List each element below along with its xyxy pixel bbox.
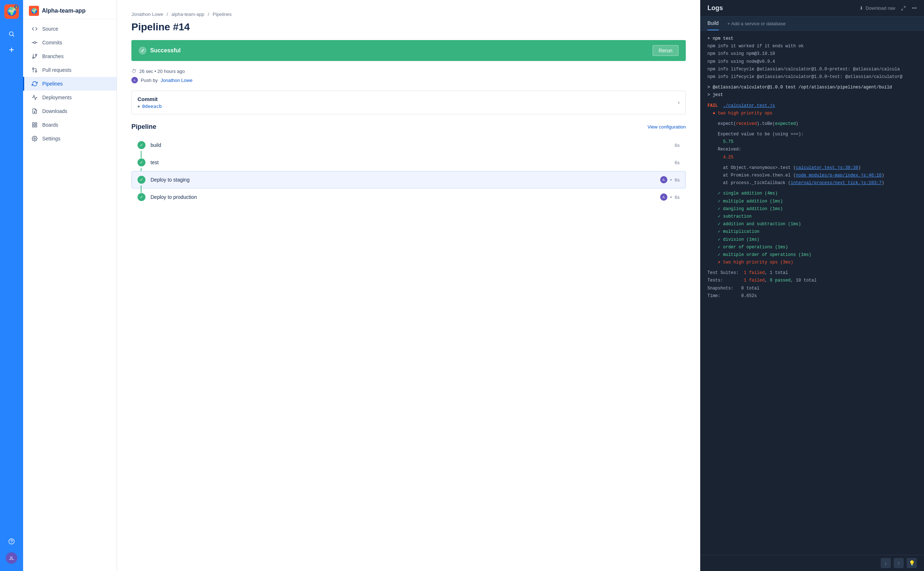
sidebar-item-boards-label: Boards [42, 122, 58, 128]
step-name-production: Deploy to production [151, 194, 660, 200]
sidebar-item-settings[interactable]: Settings [23, 132, 117, 145]
add-button[interactable] [5, 43, 18, 56]
log-line: npm info lifecycle @atlassian/calculator… [700, 66, 924, 73]
log-line: Test Suites: 1 failed, 1 total [700, 269, 924, 277]
step-production-wrapper: ✓ Deploy to production JL • 6s [131, 188, 686, 206]
expand-button[interactable] [901, 6, 906, 11]
commit-card[interactable]: Commit ◆ 0deeacb › [131, 91, 686, 114]
sidebar-item-downloads[interactable]: Downloads [23, 104, 117, 118]
log-line: ✓ subtraction [700, 213, 924, 221]
step-meta-staging: JL • 6s [660, 176, 680, 184]
pipeline-step-build[interactable]: ✓ build 6s [131, 136, 686, 154]
log-line: ✓ dangling addition (1ms) [700, 205, 924, 213]
log-line: npm info it worked if it ends with ok [700, 43, 924, 50]
step-time-test: 6s [675, 160, 680, 165]
log-spacer [700, 128, 924, 131]
more-button[interactable]: ••• [912, 5, 917, 11]
pusher-row: JL Push by Jonathon Lowe [131, 77, 686, 83]
step-dot-production: • [670, 194, 672, 200]
chevron-right-icon: › [678, 99, 680, 106]
pipeline-section-title: Pipeline [131, 123, 156, 131]
log-line: Received: [700, 146, 924, 153]
sidebar-item-downloads-label: Downloads [42, 108, 67, 114]
scroll-down-button[interactable]: ↓ [881, 558, 891, 568]
log-spacer [700, 161, 924, 164]
step-time-build: 6s [675, 143, 680, 148]
pipelines-icon [31, 80, 38, 87]
pusher-avatar: JL [131, 77, 138, 83]
log-line: ✓ multiplication [700, 228, 924, 236]
add-service-button[interactable]: + Add a service or database [727, 21, 786, 26]
log-line: ✗ two high priority ops (3ms) [700, 259, 924, 266]
deployments-icon [31, 94, 38, 101]
app-logo[interactable]: 🌍 🔒 [4, 4, 19, 19]
breadcrumb-repo[interactable]: alpha-team-app [171, 12, 204, 17]
step-check-icon-test: ✓ [137, 159, 145, 167]
push-by-label: Push by [141, 77, 158, 83]
pipeline-step-staging[interactable]: ✓ Deploy to staging JL • 6s [131, 171, 686, 188]
log-line: expect(received).toBe(expected) [700, 120, 924, 128]
step-avatar-production: JL [660, 193, 667, 201]
commit-hash-link[interactable]: 0deeacb [142, 103, 162, 109]
download-raw-label: Download raw [865, 5, 895, 11]
commit-hash: ◆ 0deeacb [137, 103, 162, 109]
app-name-label: Alpha-team-app [42, 8, 86, 14]
pipeline-step-production[interactable]: ✓ Deploy to production JL • 6s [131, 188, 686, 206]
lamp-button[interactable]: 💡 [907, 558, 917, 568]
step-check-icon-staging: ✓ [137, 176, 145, 184]
help-button[interactable] [5, 535, 18, 548]
step-check-icon-build: ✓ [137, 141, 145, 149]
pipeline-steps-section: Pipeline View configuration ✓ build 6s ✓… [131, 123, 686, 206]
sidebar-item-source-label: Source [42, 26, 58, 32]
step-meta-production: JL • 6s [660, 193, 680, 201]
logs-panel: Logs ⬇ Download raw ••• Build + Add a se… [700, 0, 924, 571]
sidebar: 🌍 Alpha-team-app Source Commits Branches [23, 0, 117, 571]
svg-line-23 [904, 6, 905, 8]
commits-icon [31, 39, 38, 46]
step-name-test: test [151, 159, 675, 165]
search-button[interactable] [5, 28, 18, 40]
svg-rect-20 [35, 125, 37, 127]
lock-icon: 🔒 [14, 5, 18, 9]
branches-icon [31, 53, 38, 60]
step-dot-staging: • [670, 177, 672, 183]
scroll-up-button[interactable]: ↑ [894, 558, 904, 568]
log-line: npm info lifecycle @atlassian/calculator… [700, 73, 924, 81]
sidebar-item-pipelines-label: Pipelines [42, 81, 63, 86]
svg-rect-21 [32, 125, 34, 127]
boards-icon [31, 122, 38, 128]
svg-rect-19 [35, 123, 37, 125]
pusher-name[interactable]: Jonathon Lowe [160, 77, 192, 83]
pipeline-step-test[interactable]: ✓ test 6s [131, 154, 686, 171]
status-bar: ✓ Successful Rerun [131, 40, 686, 61]
source-icon [31, 26, 38, 32]
view-config-link[interactable]: View configuration [648, 124, 686, 130]
sidebar-item-boards[interactable]: Boards [23, 118, 117, 132]
sidebar-item-commits[interactable]: Commits [23, 36, 117, 49]
step-test-wrapper: ✓ test 6s [131, 154, 686, 171]
logs-actions: ⬇ Download raw ••• [859, 5, 917, 11]
user-avatar[interactable]: JL [6, 552, 17, 564]
breadcrumb-user[interactable]: Jonathon Lowe [131, 12, 163, 17]
sidebar-item-pipelines[interactable]: Pipelines [23, 77, 117, 91]
rerun-button[interactable]: Rerun [653, 45, 679, 56]
status-label: ✓ Successful [139, 46, 180, 54]
log-spacer [700, 81, 924, 84]
sidebar-item-deployments-label: Deployments [42, 94, 72, 100]
step-check-icon-production: ✓ [137, 193, 145, 201]
sidebar-item-branches-label: Branches [42, 53, 63, 59]
tab-build[interactable]: Build [707, 17, 719, 30]
log-line: > jest [700, 91, 924, 99]
download-raw-button[interactable]: ⬇ Download raw [859, 5, 895, 11]
breadcrumb-section[interactable]: Pipelines [213, 12, 232, 17]
log-line: Tests: 1 failed, 9 passed, 10 total [700, 277, 924, 284]
svg-line-24 [902, 9, 903, 10]
sidebar-item-pull-requests[interactable]: Pull requests [23, 63, 117, 77]
log-spacer [700, 266, 924, 269]
app-name: 🌍 Alpha-team-app [29, 6, 111, 16]
sidebar-item-branches[interactable]: Branches [23, 49, 117, 63]
logs-header: Logs ⬇ Download raw ••• [700, 0, 924, 17]
sidebar-item-source[interactable]: Source [23, 22, 117, 36]
sidebar-item-deployments[interactable]: Deployments [23, 91, 117, 104]
log-line: at Promise.resolve.then.el (node_modules… [700, 172, 924, 179]
